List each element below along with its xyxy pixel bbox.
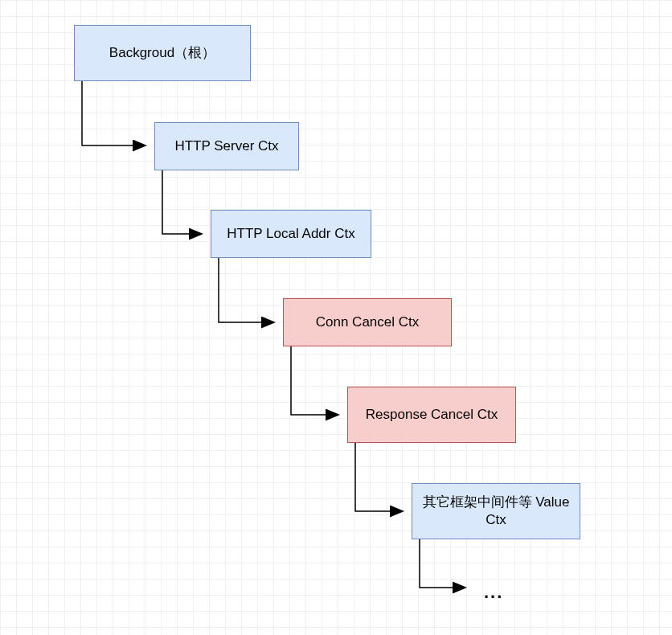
connector-arrow — [219, 258, 273, 322]
node-conn-cancel-ctx: Conn Cancel Ctx — [283, 298, 452, 346]
node-http-local-addr-ctx: HTTP Local Addr Ctx — [211, 210, 371, 258]
node-background-root: Backgroud（根） — [74, 25, 251, 81]
node-label: 其它框架中间件等 Value Ctx — [416, 494, 576, 529]
node-label: HTTP Local Addr Ctx — [227, 225, 354, 243]
connector-arrow — [420, 539, 465, 588]
node-label: Backgroud（根） — [109, 44, 215, 62]
connector-arrow — [291, 346, 338, 415]
node-label: Response Cancel Ctx — [366, 406, 498, 424]
ellipsis-icon: ... — [484, 582, 503, 603]
node-label: Conn Cancel Ctx — [316, 313, 420, 331]
node-label: HTTP Server Ctx — [174, 137, 278, 155]
node-value-ctx: 其它框架中间件等 Value Ctx — [412, 483, 580, 539]
node-http-server-ctx: HTTP Server Ctx — [154, 122, 299, 170]
node-response-cancel-ctx: Response Cancel Ctx — [347, 387, 516, 443]
connector-arrow — [162, 170, 201, 234]
connector-arrow — [355, 443, 402, 511]
connector-arrow — [82, 81, 145, 145]
